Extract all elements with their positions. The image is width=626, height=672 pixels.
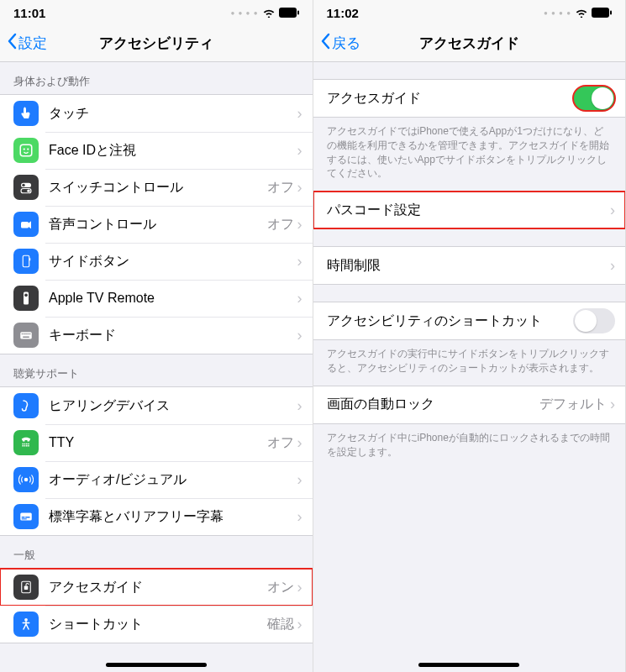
time-limit-label: 時間制限	[327, 257, 611, 275]
status-bar: 11:02 ● ● ● ●	[313, 0, 626, 25]
settings-row[interactable]: TTYオフ›	[0, 424, 313, 461]
row-icon	[13, 575, 39, 600]
guided-access-toggle[interactable]	[573, 86, 615, 111]
row-icon	[13, 175, 39, 200]
row-icon	[13, 249, 39, 274]
row-label: Face IDと注視	[49, 142, 297, 160]
settings-row[interactable]: サイドボタン›	[0, 243, 313, 280]
toggle-label: アクセスガイド	[327, 90, 574, 108]
chevron-right-icon: ›	[610, 202, 615, 219]
svg-rect-25	[23, 445, 24, 447]
settings-row[interactable]: ショートカット確認›	[0, 606, 313, 643]
accessibility-shortcut-toggle[interactable]	[573, 308, 615, 333]
chevron-right-icon: ›	[610, 257, 615, 275]
svg-rect-14	[20, 332, 32, 339]
autolock-value: デフォルト	[539, 396, 607, 413]
content-scroll[interactable]: 身体および動作 タッチ›Face IDと注視›スイッチコントロールオフ›音声コン…	[0, 62, 313, 672]
svg-rect-24	[28, 444, 29, 445]
svg-rect-21	[23, 444, 24, 445]
row-label: キーボード	[49, 327, 297, 344]
status-icons: ● ● ● ●	[231, 8, 299, 18]
row-label: 音声コントロール	[49, 216, 267, 234]
row-icon	[13, 504, 39, 529]
battery-icon	[592, 8, 612, 18]
guided-access-toggle-row[interactable]: アクセスガイド	[313, 80, 626, 117]
toggle-footer: アクセスガイドではiPhoneで使えるAppが1つだけになり、どの機能を利用でき…	[313, 118, 626, 191]
svg-point-13	[24, 293, 28, 297]
guided-access-screen: 11:02 ● ● ● ● 戻る アクセスガイド アクセスガイド	[313, 0, 627, 672]
row-label: ショートカット	[49, 616, 267, 633]
accessibility-shortcut-row[interactable]: アクセシビリティのショートカット	[313, 302, 626, 339]
chevron-left-icon	[7, 33, 17, 54]
back-label: 戻る	[332, 34, 360, 53]
row-value: オフ	[267, 216, 294, 234]
row-label: タッチ	[49, 105, 297, 123]
section-header-general: 一般	[0, 536, 313, 568]
row-icon	[13, 323, 39, 348]
wifi-icon	[575, 8, 588, 18]
row-icon	[13, 393, 39, 418]
chevron-right-icon: ›	[297, 434, 302, 452]
svg-rect-11	[29, 258, 30, 260]
svg-rect-10	[23, 255, 29, 267]
settings-row[interactable]: スイッチコントロールオフ›	[0, 169, 313, 206]
svg-rect-19	[29, 333, 31, 335]
chevron-right-icon: ›	[297, 105, 302, 123]
wifi-icon	[262, 8, 276, 18]
home-indicator[interactable]	[418, 663, 519, 667]
row-icon	[13, 612, 39, 637]
chevron-right-icon: ›	[297, 142, 302, 160]
status-bar: 11:01 ● ● ● ●	[0, 0, 313, 25]
row-value: オフ	[267, 434, 294, 452]
time-limit-row[interactable]: 時間制限 ›	[313, 247, 626, 284]
auto-lock-row[interactable]: 画面の自動ロック デフォルト ›	[313, 386, 626, 423]
svg-rect-37	[592, 8, 609, 18]
settings-row[interactable]: Face IDと注視›	[0, 132, 313, 169]
chevron-right-icon: ›	[297, 327, 302, 344]
battery-icon	[279, 8, 299, 18]
svg-rect-0	[279, 8, 297, 18]
chevron-right-icon: ›	[297, 579, 302, 596]
svg-rect-16	[24, 333, 25, 335]
row-label: 標準字幕とバリアフリー字幕	[49, 508, 297, 526]
page-title: アクセスガイド	[419, 34, 519, 53]
row-label: スイッチコントロール	[49, 179, 267, 197]
chevron-right-icon: ›	[297, 290, 302, 307]
settings-row[interactable]: キーボード›	[0, 317, 313, 354]
svg-rect-18	[28, 333, 29, 335]
svg-rect-27	[26, 445, 28, 447]
row-icon	[13, 430, 39, 455]
row-label: オーディオ/ビジュアル	[49, 471, 297, 489]
svg-rect-32	[25, 517, 29, 518]
svg-rect-2	[20, 144, 32, 156]
settings-row[interactable]: アクセスガイドオン›	[0, 569, 313, 606]
svg-rect-31	[22, 517, 25, 518]
status-icons: ● ● ● ●	[544, 8, 612, 18]
content-scroll[interactable]: アクセスガイド アクセスガイドではiPhoneで使えるAppが1つだけになり、ど…	[313, 62, 626, 672]
settings-row[interactable]: オーディオ/ビジュアル›	[0, 461, 313, 498]
svg-point-36	[24, 618, 28, 622]
settings-row[interactable]: Apple TV Remote›	[0, 280, 313, 317]
chevron-right-icon: ›	[297, 253, 302, 270]
svg-rect-1	[297, 11, 299, 15]
back-button[interactable]: 戻る	[320, 33, 360, 54]
svg-rect-9	[21, 222, 29, 228]
svg-rect-35	[24, 586, 29, 591]
settings-row[interactable]: 標準字幕とバリアフリー字幕›	[0, 498, 313, 535]
back-button[interactable]: 設定	[7, 33, 47, 54]
settings-row[interactable]: 音声コントロールオフ›	[0, 206, 313, 243]
row-icon	[13, 212, 39, 237]
svg-point-3	[24, 148, 25, 150]
page-title: アクセシビリティ	[99, 34, 213, 53]
svg-rect-20	[23, 337, 29, 339]
chevron-right-icon: ›	[297, 616, 302, 633]
svg-rect-28	[28, 445, 29, 447]
home-indicator[interactable]	[106, 663, 207, 667]
svg-rect-38	[610, 11, 612, 15]
passcode-settings-row[interactable]: パスコード設定 ›	[313, 192, 626, 228]
settings-row[interactable]: タッチ›	[0, 95, 313, 132]
passcode-label: パスコード設定	[327, 202, 611, 219]
chevron-right-icon: ›	[297, 397, 302, 415]
settings-row[interactable]: ヒアリングデバイス›	[0, 387, 313, 424]
nav-bar: 戻る アクセスガイド	[313, 25, 626, 62]
